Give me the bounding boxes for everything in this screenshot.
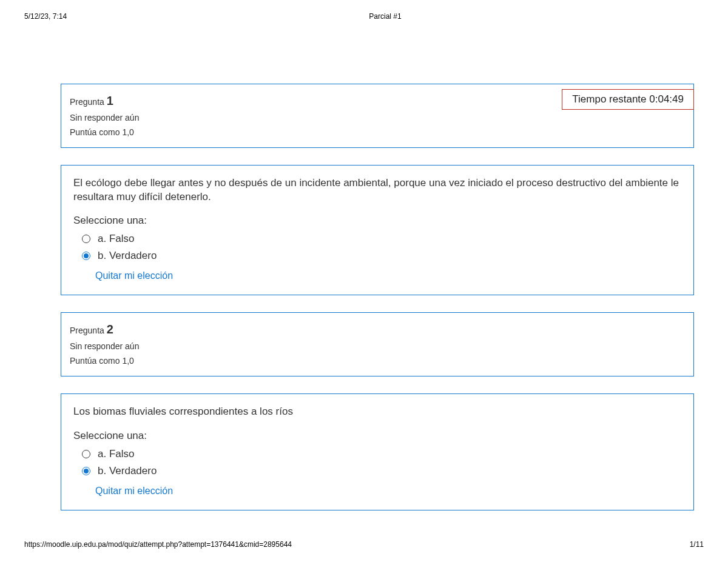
question-2-body: Los biomas fluviales correspondientes a …: [61, 393, 694, 510]
question-label: Pregunta: [70, 326, 104, 335]
option-a[interactable]: a. Falso: [73, 230, 681, 247]
timer-box: Tiempo restante 0:04:49: [562, 89, 694, 110]
question-1-header: Pregunta 1 Sin responder aún Puntúa como…: [61, 84, 694, 148]
question-points: Puntúa como 1,0: [70, 125, 685, 140]
radio-icon[interactable]: [82, 252, 90, 260]
option-label: Verdadero: [109, 250, 157, 262]
option-letter: a.: [98, 233, 106, 245]
print-header: 5/12/23, 7:14 Parcial #1: [0, 12, 728, 21]
option-letter: a.: [98, 448, 106, 460]
question-number: 1: [107, 94, 113, 107]
option-b[interactable]: b. Verdadero: [73, 247, 681, 264]
select-one-label: Seleccione una:: [73, 430, 681, 442]
question-text: El ecólogo debe llegar antes y no despué…: [73, 176, 681, 204]
question-status: Sin responder aún: [70, 340, 685, 354]
radio-icon[interactable]: [82, 467, 90, 475]
timer-label: Tiempo restante: [572, 93, 646, 105]
option-b[interactable]: b. Verdadero: [73, 463, 681, 480]
print-footer: https://moodle.uip.edu.pa/mod/quiz/attem…: [0, 540, 728, 549]
question-points: Puntúa como 1,0: [70, 354, 685, 369]
question-text: Los biomas fluviales correspondientes a …: [73, 405, 681, 419]
select-one-label: Seleccione una:: [73, 215, 681, 227]
option-label: Falso: [109, 448, 135, 460]
clear-choice-link[interactable]: Quitar mi elección: [95, 270, 681, 281]
question-1-body: El ecólogo debe llegar antes y no despué…: [61, 165, 694, 296]
option-label: Falso: [109, 233, 135, 245]
timer-value: 0:04:49: [649, 93, 684, 105]
print-title: Parcial #1: [24, 12, 704, 21]
clear-choice-link[interactable]: Quitar mi elección: [95, 486, 681, 497]
question-label-row: Pregunta 2: [70, 319, 685, 340]
option-letter: b.: [98, 250, 106, 262]
print-url: https://moodle.uip.edu.pa/mod/quiz/attem…: [24, 540, 292, 549]
question-2-header: Pregunta 2 Sin responder aún Puntúa como…: [61, 312, 694, 376]
print-datetime: 5/12/23, 7:14: [24, 12, 67, 21]
radio-icon[interactable]: [82, 450, 90, 458]
quiz-content: Pregunta 1 Sin responder aún Puntúa como…: [61, 84, 694, 527]
question-number: 2: [107, 323, 113, 336]
option-a[interactable]: a. Falso: [73, 446, 681, 463]
option-letter: b.: [98, 465, 106, 477]
radio-icon[interactable]: [82, 235, 90, 243]
question-label: Pregunta: [70, 97, 104, 107]
question-status: Sin responder aún: [70, 111, 685, 125]
print-page-number: 1/11: [690, 540, 704, 549]
option-label: Verdadero: [109, 465, 157, 477]
